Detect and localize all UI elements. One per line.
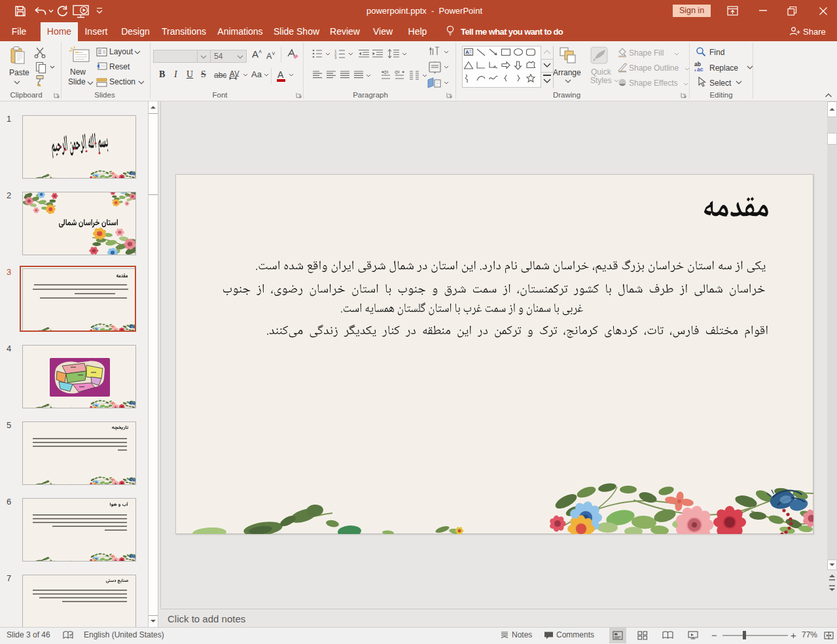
svg-text:ac: ac <box>697 66 703 72</box>
svg-text:3: 3 <box>334 56 337 59</box>
